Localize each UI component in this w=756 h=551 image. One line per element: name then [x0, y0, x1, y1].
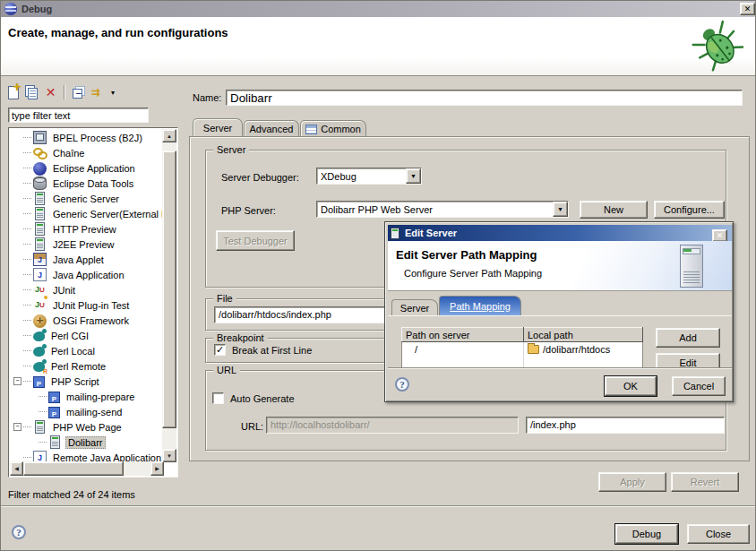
scroll-left-icon[interactable]: ◀: [10, 461, 23, 476]
tree-vertical-scrollbar[interactable]: ▲ ▼: [162, 129, 176, 462]
tree-item-label: PHP Web Page: [50, 421, 125, 434]
tree-item-bpel-process-b2j-[interactable]: BPEL Process (B2J): [10, 130, 162, 145]
tree-item-osgi-framework[interactable]: OSGi Framework: [10, 313, 162, 328]
chevron-down-icon[interactable]: ▼: [553, 202, 568, 217]
table-row[interactable]: //dolibarr/htdocs: [402, 342, 643, 357]
path-mapping-table[interactable]: Path on server Local path //dolibarr/htd…: [401, 327, 643, 367]
debug-button[interactable]: Debug: [615, 524, 678, 544]
tree-guide-line: [39, 396, 47, 397]
expander-minus-icon[interactable]: −: [13, 377, 21, 385]
java-applet-icon: [33, 253, 47, 266]
dialog-help-icon[interactable]: ?: [395, 377, 409, 392]
tree-item-label: Chaîne: [50, 147, 87, 159]
edit-mapping-button[interactable]: Edit: [656, 353, 720, 367]
filter-input[interactable]: [8, 108, 149, 123]
column-local-path[interactable]: Local path: [524, 328, 643, 342]
tree-guide-line: [23, 183, 31, 184]
tree-item-cha-ne[interactable]: Chaîne: [10, 145, 162, 160]
duplicate-icon[interactable]: [28, 88, 38, 99]
help-icon[interactable]: ?: [12, 525, 26, 539]
tree-item-perl-local[interactable]: Perl Local: [10, 343, 162, 358]
php-icon: [48, 407, 60, 418]
revert-button[interactable]: Revert: [671, 472, 739, 492]
tree-item-junit[interactable]: JUnit: [10, 282, 162, 297]
tree-item-php-script[interactable]: −PHP Script: [10, 374, 162, 389]
tab-advanced[interactable]: Advanced: [244, 120, 299, 137]
configurations-tree[interactable]: BPEL Process (B2J)ChaîneEclipse Applicat…: [8, 127, 178, 478]
ok-button-label: OK: [623, 381, 638, 392]
column-path-on-server[interactable]: Path on server: [402, 328, 524, 342]
cancel-button[interactable]: Cancel: [672, 376, 726, 396]
break-first-line-checkbox[interactable]: ✓: [214, 344, 226, 356]
dialog-close-icon[interactable]: ✕: [712, 229, 727, 242]
expander-minus-icon[interactable]: −: [13, 423, 21, 431]
name-input[interactable]: [226, 90, 743, 106]
tree-item-label: Eclipse Data Tools: [50, 177, 136, 190]
filter-status-text: Filter matched 24 of 24 items: [8, 489, 135, 500]
tree-item-mailing-prepare[interactable]: mailing-prepare: [10, 389, 162, 404]
tree-horizontal-scrollbar[interactable]: ◀ ▶: [10, 461, 164, 476]
tab-server[interactable]: Server: [193, 118, 243, 137]
dialog-tab-server[interactable]: Server: [391, 299, 438, 315]
tree-item-eclipse-data-tools[interactable]: Eclipse Data Tools: [10, 176, 162, 191]
scroll-up-icon[interactable]: ▲: [162, 129, 176, 142]
tab-common[interactable]: Common: [300, 120, 366, 137]
bpel-process-icon: [33, 131, 47, 144]
collapse-all-icon[interactable]: [73, 89, 82, 99]
tree-item-php-web-page[interactable]: −PHP Web Page: [10, 419, 162, 435]
close-button[interactable]: Close: [687, 524, 750, 544]
configure-button-label: Configure...: [664, 204, 715, 215]
horizontal-scroll-thumb[interactable]: [23, 461, 124, 476]
server-tower-icon: [680, 245, 703, 288]
scroll-down-icon[interactable]: ▼: [162, 449, 176, 462]
delete-icon[interactable]: ✕: [43, 85, 58, 100]
dialog-tab-path-mapping[interactable]: Path Mapping: [439, 296, 521, 315]
new-server-button[interactable]: New: [580, 201, 648, 219]
dialog-footer: ? OK Cancel: [388, 367, 732, 400]
tree-rows: BPEL Process (B2J)ChaîneEclipse Applicat…: [10, 130, 162, 462]
tree-item-label: Perl Remote: [48, 360, 108, 373]
window-titlebar[interactable]: Debug ✕: [1, 1, 756, 17]
url-path-input[interactable]: /index.php: [526, 417, 725, 434]
tree-item-java-applet[interactable]: Java Applet: [10, 252, 162, 267]
cell-path-on-server[interactable]: /: [402, 342, 524, 357]
scroll-right-icon[interactable]: ▶: [150, 461, 164, 476]
test-debugger-button[interactable]: Test Debugger: [216, 230, 295, 251]
tree-item-mailing-send[interactable]: mailing-send: [10, 404, 162, 419]
tree-guide-line: [23, 259, 31, 260]
apply-button[interactable]: Apply: [598, 472, 666, 492]
php-server-combo[interactable]: Dolibarr PHP Web Server ▼: [316, 201, 569, 218]
add-mapping-button[interactable]: Add: [656, 328, 720, 348]
tree-item-label: HTTP Preview: [50, 223, 119, 236]
file-group-title: File: [213, 293, 236, 304]
cell-local-path[interactable]: /dolibarr/htdocs: [524, 342, 643, 357]
filter-icon[interactable]: ⇉: [88, 85, 103, 100]
new-configuration-icon[interactable]: [8, 86, 19, 99]
tree-item-java-application[interactable]: Java Application: [10, 267, 162, 282]
tree-item-dolibarr[interactable]: Dolibarr: [10, 435, 162, 450]
tree-item-label: PHP Script: [48, 375, 102, 388]
auto-generate-checkbox[interactable]: [212, 392, 224, 404]
tree-item-remote-java-application[interactable]: Remote Java Application: [10, 450, 162, 462]
ok-button[interactable]: OK: [605, 376, 657, 396]
chevron-down-icon[interactable]: ▼: [406, 168, 421, 184]
tree-item-generic-server[interactable]: Generic Server: [10, 191, 162, 206]
path-mapping-rows: //dolibarr/htdocs: [402, 342, 643, 368]
tab-advanced-label: Advanced: [250, 124, 294, 134]
window-close-icon[interactable]: ✕: [740, 3, 755, 15]
configure-button[interactable]: Configure...: [654, 201, 725, 219]
tree-item-junit-plug-in-test[interactable]: JUnit Plug-in Test: [10, 297, 162, 313]
tree-item-perl-remote[interactable]: Perl Remote: [10, 358, 162, 374]
tree-item-eclipse-application[interactable]: Eclipse Application: [10, 160, 162, 176]
vertical-scroll-thumb[interactable]: [162, 151, 176, 428]
debug-configurations-window: Debug ✕ Create, manage, and run configur…: [0, 0, 756, 551]
filter-menu-caret-icon[interactable]: ▾: [108, 85, 117, 100]
server-debugger-combo[interactable]: XDebug ▼: [316, 168, 422, 185]
tree-guide-line: [23, 168, 31, 168]
tree-item-perl-cgi[interactable]: Perl CGI: [10, 328, 162, 343]
dialog-titlebar[interactable]: Edit Server ✕: [388, 225, 732, 241]
php-icon: [33, 376, 45, 388]
tree-item-j2ee-preview[interactable]: J2EE Preview: [10, 237, 162, 252]
tree-item-http-preview[interactable]: HTTP Preview: [10, 221, 162, 237]
tree-item-generic-server-external-la[interactable]: Generic Server(External La: [10, 206, 162, 221]
